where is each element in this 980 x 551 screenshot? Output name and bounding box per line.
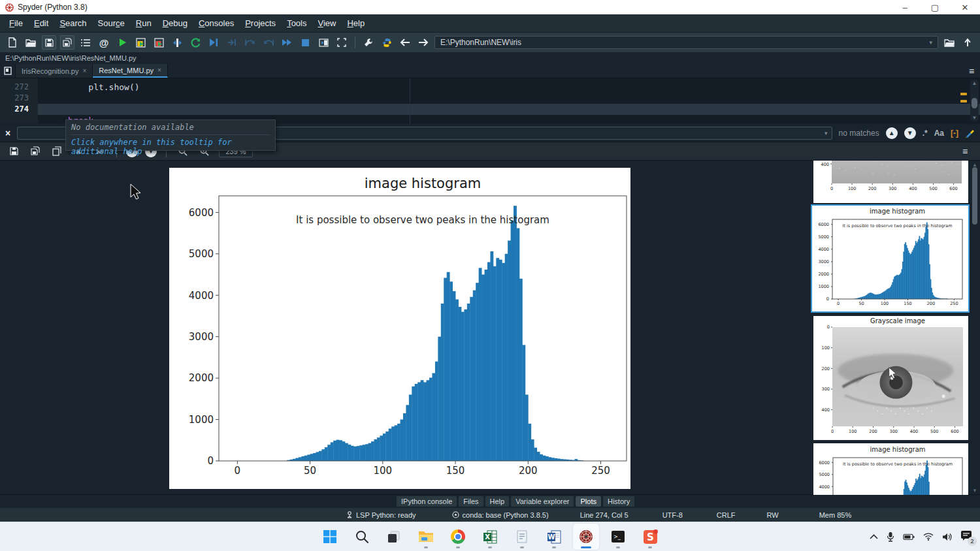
battery-icon[interactable]: [903, 533, 915, 541]
pane-tab-history[interactable]: History: [603, 496, 634, 507]
minimize-button[interactable]: –: [890, 0, 920, 14]
menu-source[interactable]: Source: [93, 16, 130, 31]
menu-edit[interactable]: Edit: [29, 16, 54, 31]
chrome-icon[interactable]: [445, 524, 471, 550]
step-into-icon[interactable]: [225, 35, 239, 50]
plots-options-icon[interactable]: ≡: [956, 146, 973, 157]
code-line[interactable]: [38, 93, 980, 104]
save-all-icon[interactable]: [60, 35, 74, 50]
scroll-down-icon[interactable]: ▼: [970, 115, 979, 121]
menu-view[interactable]: View: [312, 16, 341, 31]
wifi-icon[interactable]: [923, 533, 934, 541]
parent-directory-icon[interactable]: [960, 35, 975, 50]
word-icon[interactable]: W: [541, 524, 567, 550]
run-icon[interactable]: [115, 35, 129, 50]
code-editor[interactable]: 272273274 plt.show()break ▲ ▼: [0, 78, 980, 124]
browse-directory-icon[interactable]: [942, 35, 956, 50]
scrollbar-thumb[interactable]: [972, 98, 977, 108]
save-icon[interactable]: [42, 35, 56, 50]
restart-kernel-icon[interactable]: [188, 35, 203, 50]
s-app-icon[interactable]: S: [637, 524, 663, 550]
find-next-icon[interactable]: ▼: [904, 127, 916, 139]
find-history-chevron-icon[interactable]: ▾: [825, 130, 828, 136]
spyder-taskbar-icon[interactable]: [573, 524, 599, 550]
editor-scrollbar[interactable]: ▲ ▼: [970, 80, 979, 121]
menu-run[interactable]: Run: [131, 16, 157, 31]
find-previous-icon[interactable]: ▲: [886, 127, 898, 139]
microphone-icon[interactable]: [887, 531, 894, 542]
find-close-icon[interactable]: ×: [5, 128, 10, 138]
editor-tab-resnet_mmu-py[interactable]: ResNet_MMU.py×: [93, 64, 168, 78]
thumbnail-histogram-selected[interactable]: 0501001502002500100020003000400050006000…: [811, 204, 970, 313]
pane-tab-plots[interactable]: Plots: [576, 496, 600, 507]
outline-explorer-icon[interactable]: [78, 35, 93, 50]
documentation-tooltip[interactable]: No documentation available Click anywher…: [65, 119, 276, 151]
regex-icon[interactable]: .*: [923, 129, 928, 138]
stop-icon[interactable]: [298, 35, 312, 50]
file-explorer-icon[interactable]: [413, 524, 439, 550]
step-over-icon[interactable]: [243, 35, 257, 50]
notepad-icon[interactable]: [509, 524, 535, 550]
pane-tab-ipython-console[interactable]: IPython console: [397, 496, 457, 507]
close-button[interactable]: ✕: [950, 0, 980, 14]
menu-help[interactable]: Help: [342, 16, 370, 31]
code-area[interactable]: plt.show()break: [38, 78, 980, 124]
chevron-down-icon[interactable]: ▾: [929, 39, 932, 46]
menu-tools[interactable]: Tools: [282, 16, 312, 31]
search-icon[interactable]: [349, 524, 375, 550]
new-file-icon[interactable]: [5, 35, 20, 50]
code-line[interactable]: [38, 104, 980, 115]
highlight-matches-icon[interactable]: [965, 129, 975, 138]
thumbnail-scrollbar[interactable]: ▲ ▼: [972, 162, 978, 494]
pane-tab-variable-explorer[interactable]: Variable explorer: [511, 496, 574, 507]
tab-close-icon[interactable]: ×: [82, 67, 86, 74]
menu-search[interactable]: Search: [54, 16, 91, 31]
browse-tabs-icon[interactable]: [0, 64, 16, 78]
fast-forward-icon[interactable]: [280, 35, 294, 50]
whole-word-icon[interactable]: [-]: [951, 129, 958, 138]
menu-file[interactable]: File: [4, 16, 28, 31]
editor-tab-irisrecognition-py[interactable]: IrisRecognition.py×: [16, 64, 93, 78]
preferences-wrench-icon[interactable]: [361, 35, 376, 50]
run-file-pane-icon[interactable]: [316, 35, 331, 50]
run-selection-icon[interactable]: [170, 35, 184, 50]
plot-save-all-icon[interactable]: [28, 144, 42, 159]
tab-close-icon[interactable]: ×: [157, 67, 161, 74]
back-icon[interactable]: [398, 35, 412, 50]
maximize-pane-icon[interactable]: [335, 35, 349, 50]
pane-tab-help[interactable]: Help: [485, 496, 510, 507]
pane-tab-files[interactable]: Files: [459, 496, 483, 507]
run-cell-icon[interactable]: [133, 35, 148, 50]
scrollbar-thumb[interactable]: [972, 167, 977, 225]
debug-continue-icon[interactable]: [206, 35, 221, 50]
terminal-icon[interactable]: >_: [605, 524, 631, 550]
thumbnail-histogram-2[interactable]: 0501001502002500100020003000400050006000…: [813, 443, 968, 495]
open-file-icon[interactable]: [24, 35, 38, 50]
python-path-icon[interactable]: [380, 35, 394, 50]
run-cell-advance-icon[interactable]: [152, 35, 166, 50]
menu-debug[interactable]: Debug: [157, 16, 193, 31]
maximize-button[interactable]: ▢: [920, 0, 950, 14]
main-figure[interactable]: 0501001502002500100020003000400050006000…: [169, 168, 630, 489]
task-view-icon[interactable]: [381, 524, 407, 550]
start-button[interactable]: [317, 524, 343, 550]
case-sensitive-icon[interactable]: Aa: [934, 129, 944, 138]
menu-consoles[interactable]: Consoles: [193, 16, 239, 31]
working-directory-input[interactable]: E:\PythonRun\NEW\iris ▾: [434, 36, 938, 49]
forward-icon[interactable]: [416, 35, 431, 50]
volume-icon[interactable]: [942, 533, 952, 541]
find-symbols-icon[interactable]: @: [97, 35, 111, 50]
plot-save-icon[interactable]: [7, 144, 21, 159]
code-line[interactable]: plt.show(): [38, 82, 980, 93]
excel-icon[interactable]: X: [477, 524, 503, 550]
plot-copy-icon[interactable]: [50, 144, 64, 159]
tray-chevron-up-icon[interactable]: [870, 534, 878, 539]
thumbnail-strip[interactable]: 4000100200300400500600: [813, 161, 968, 203]
notifications-icon[interactable]: 2: [960, 530, 972, 543]
scroll-up-icon[interactable]: ▲: [970, 80, 979, 86]
step-return-icon[interactable]: [261, 35, 276, 50]
editor-options-icon[interactable]: ≡: [963, 64, 980, 78]
menu-projects[interactable]: Projects: [240, 16, 281, 31]
scroll-down-icon[interactable]: ▼: [972, 488, 978, 494]
tooltip-line2[interactable]: Click anywhere in this tooltip for addit…: [71, 135, 270, 156]
